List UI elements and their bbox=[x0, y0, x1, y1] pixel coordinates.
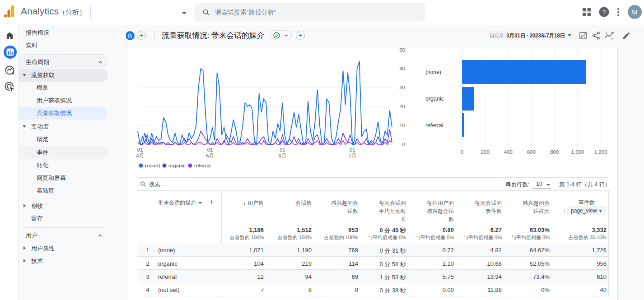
svg-text:5月: 5月 bbox=[206, 153, 214, 158]
svg-text:10: 10 bbox=[399, 123, 405, 128]
svg-text:800: 800 bbox=[550, 149, 559, 155]
svg-text:50: 50 bbox=[399, 47, 405, 53]
svg-text:7月: 7月 bbox=[348, 153, 356, 158]
svg-text:4月: 4月 bbox=[136, 153, 144, 158]
svg-text:referral: referral bbox=[425, 122, 443, 129]
svg-text:organic: organic bbox=[168, 163, 186, 168]
svg-text:organic: organic bbox=[425, 96, 444, 102]
svg-text:01: 01 bbox=[350, 147, 355, 152]
svg-text:1,000: 1,000 bbox=[571, 149, 584, 155]
svg-text:01: 01 bbox=[280, 147, 285, 152]
svg-text:(none): (none) bbox=[425, 69, 441, 75]
svg-text:01: 01 bbox=[207, 147, 213, 152]
svg-text:600: 600 bbox=[527, 149, 536, 155]
svg-text:0: 0 bbox=[402, 142, 405, 147]
svg-text:20: 20 bbox=[399, 104, 405, 109]
svg-text:01: 01 bbox=[137, 147, 143, 152]
svg-text:0: 0 bbox=[461, 149, 463, 155]
svg-text:(none): (none) bbox=[145, 163, 160, 168]
svg-text:200: 200 bbox=[481, 149, 490, 155]
svg-text:1,200: 1,200 bbox=[594, 149, 607, 155]
svg-text:30: 30 bbox=[399, 85, 405, 90]
svg-text:40: 40 bbox=[399, 66, 405, 71]
svg-text:400: 400 bbox=[504, 149, 513, 155]
svg-text:6月: 6月 bbox=[278, 153, 286, 158]
svg-text:referral: referral bbox=[194, 163, 210, 168]
svg-text:?: ? bbox=[602, 9, 606, 15]
